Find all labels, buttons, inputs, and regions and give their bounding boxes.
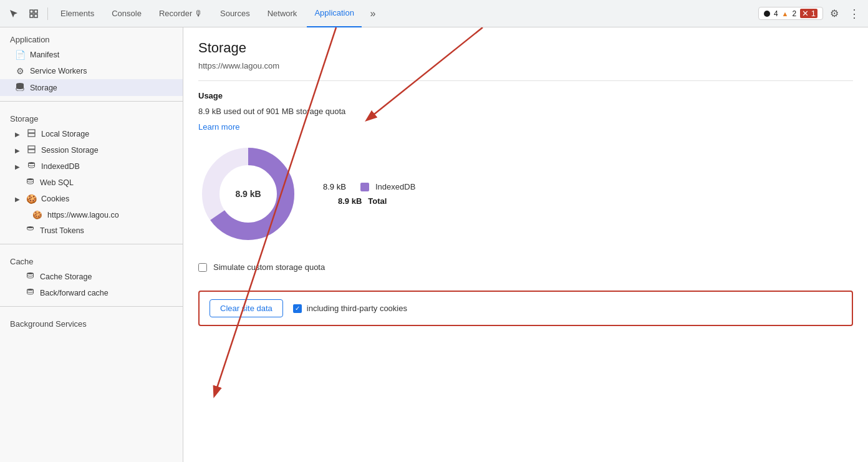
toolbar-divider bbox=[47, 7, 48, 20]
sidebar-item-label: Cookies bbox=[41, 195, 69, 203]
svg-point-11 bbox=[27, 226, 33, 228]
sidebar-section-cache: Cache bbox=[0, 249, 183, 269]
expand-arrow-icon: ▶ bbox=[15, 147, 20, 154]
svg-rect-5 bbox=[28, 130, 35, 133]
more-options-icon[interactable]: ⋮ bbox=[846, 5, 863, 22]
toolbar-right-icons: ⚙ ⋮ bbox=[826, 5, 863, 22]
svg-rect-6 bbox=[28, 133, 35, 137]
simulate-checkbox-row: Simulate custom storage quota bbox=[198, 262, 853, 272]
cache-storage-icon bbox=[25, 272, 35, 282]
sidebar-item-session-storage[interactable]: ▶ Session Storage bbox=[0, 142, 183, 158]
trust-tokens-icon bbox=[25, 226, 35, 236]
page-title: Storage bbox=[198, 40, 853, 56]
sidebar-item-cache-storage[interactable]: Cache Storage bbox=[0, 269, 183, 285]
total-value: 8.9 kB bbox=[338, 196, 362, 206]
legend-value: 8.9 kB bbox=[323, 182, 354, 191]
sidebar-sub-cookie-url[interactable]: 🍪 https://www.lagou.co bbox=[0, 207, 183, 223]
third-party-checkbox[interactable]: ✓ bbox=[293, 304, 302, 313]
legend-row-indexeddb: 8.9 kB IndexedDB bbox=[323, 182, 415, 191]
content-area: Storage https://www.lagou.com Usage 8.9 … bbox=[183, 27, 868, 462]
sidebar-item-label: Service Workers bbox=[30, 67, 87, 75]
tab-elements[interactable]: Elements bbox=[53, 0, 102, 27]
sidebar-item-label: Storage bbox=[30, 84, 57, 92]
badge-group[interactable]: 4 ▲ 2 ✕ 1 bbox=[758, 7, 823, 20]
sidebar-item-indexeddb[interactable]: ▶ IndexedDB bbox=[0, 158, 183, 175]
warning-triangle-icon: ▲ bbox=[782, 10, 789, 17]
main-content: Storage https://www.lagou.com Usage 8.9 … bbox=[183, 27, 868, 462]
learn-more-link[interactable]: Learn more bbox=[198, 122, 239, 132]
svg-point-13 bbox=[27, 289, 33, 291]
service-workers-icon: ⚙ bbox=[15, 66, 25, 76]
sidebar-item-trust-tokens[interactable]: Trust Tokens bbox=[0, 223, 183, 239]
sidebar-item-manifest[interactable]: 📄 Manifest bbox=[0, 47, 183, 63]
content-url: https://www.lagou.com bbox=[198, 61, 853, 81]
sidebar-item-label: Web SQL bbox=[40, 178, 74, 187]
tab-console[interactable]: Console bbox=[104, 0, 149, 27]
svg-point-12 bbox=[27, 272, 33, 274]
svg-rect-3 bbox=[34, 14, 37, 17]
warning-count: 2 bbox=[792, 9, 796, 18]
third-party-label: including third-party cookies bbox=[307, 304, 407, 313]
backforward-cache-icon bbox=[25, 288, 35, 298]
simulate-label[interactable]: Simulate custom storage quota bbox=[213, 262, 325, 272]
sidebar-divider-2 bbox=[0, 244, 183, 244]
indexeddb-icon bbox=[26, 161, 36, 171]
svg-rect-1 bbox=[34, 10, 37, 13]
tab-sources[interactable]: Sources bbox=[213, 0, 258, 27]
clear-site-data-button[interactable]: Clear site data bbox=[210, 299, 283, 317]
error-count: 4 bbox=[774, 9, 778, 18]
sidebar-item-backforward-cache[interactable]: Back/forward cache bbox=[0, 285, 183, 301]
chart-legend: 8.9 kB IndexedDB 8.9 kB Total bbox=[323, 182, 415, 206]
more-tabs-icon[interactable]: » bbox=[364, 5, 382, 22]
usage-label: Usage bbox=[198, 91, 853, 100]
expand-arrow-icon: ▶ bbox=[15, 163, 20, 170]
svg-rect-0 bbox=[30, 10, 33, 13]
gear-icon[interactable]: ⚙ bbox=[826, 5, 843, 22]
manifest-icon: 📄 bbox=[15, 50, 25, 60]
cookie-url-icon: 🍪 bbox=[32, 210, 42, 219]
chart-row: 8.9 kB 8.9 kB IndexedDB 8.9 kB Total bbox=[198, 144, 853, 244]
devtools-toolbar: Elements Console Recorder 🎙 Sources Netw… bbox=[0, 0, 868, 27]
svg-rect-7 bbox=[28, 146, 35, 149]
sidebar-item-label: Back/forward cache bbox=[40, 289, 109, 297]
sidebar-item-cookies[interactable]: ▶ 🍪 Cookies bbox=[0, 191, 183, 207]
simulate-checkbox[interactable] bbox=[198, 263, 207, 272]
inspect-icon[interactable] bbox=[25, 5, 42, 22]
sidebar-item-label: Cache Storage bbox=[40, 272, 92, 281]
web-sql-icon bbox=[25, 178, 35, 188]
sidebar-item-local-storage[interactable]: ▶ Local Storage bbox=[0, 126, 183, 142]
storage-icon bbox=[15, 82, 25, 93]
sidebar-sub-label: https://www.lagou.co bbox=[47, 211, 119, 219]
sidebar-item-label: Local Storage bbox=[41, 130, 89, 138]
third-party-cookies-row: ✓ including third-party cookies bbox=[293, 304, 407, 313]
donut-chart: 8.9 kB bbox=[198, 144, 298, 244]
sidebar-item-web-sql[interactable]: Web SQL bbox=[0, 175, 183, 191]
sidebar-section-background: Background Services bbox=[0, 312, 183, 331]
sidebar-item-service-workers[interactable]: ⚙ Service Workers bbox=[0, 63, 183, 79]
sidebar-item-label: Session Storage bbox=[41, 146, 99, 155]
sidebar-item-storage[interactable]: Storage bbox=[0, 79, 183, 96]
svg-point-9 bbox=[28, 162, 34, 164]
sidebar-section-application: Application bbox=[0, 27, 183, 47]
sidebar-divider-1 bbox=[0, 101, 183, 102]
sidebar-item-label: Manifest bbox=[30, 51, 59, 59]
sidebar-section-storage: Storage bbox=[0, 107, 183, 126]
tab-application[interactable]: Application bbox=[307, 0, 362, 27]
sidebar-item-label: Trust Tokens bbox=[40, 226, 84, 235]
tab-recorder[interactable]: Recorder 🎙 bbox=[152, 0, 210, 27]
legend-color-swatch bbox=[360, 183, 369, 191]
cookies-icon: 🍪 bbox=[26, 194, 36, 204]
main-layout: Application 📄 Manifest ⚙ Service Workers… bbox=[0, 27, 868, 462]
action-bar: Clear site data ✓ including third-party … bbox=[198, 291, 853, 326]
tab-network[interactable]: Network bbox=[260, 0, 305, 27]
sidebar: Application 📄 Manifest ⚙ Service Workers… bbox=[0, 27, 183, 462]
expand-arrow-icon: ▶ bbox=[15, 131, 20, 138]
svg-point-10 bbox=[27, 178, 33, 180]
sidebar-item-label: IndexedDB bbox=[41, 162, 80, 171]
usage-text: 8.9 kB used out of 901 MB storage quota bbox=[198, 107, 853, 116]
cursor-icon[interactable] bbox=[5, 5, 22, 22]
legend-total-row: 8.9 kB Total bbox=[323, 196, 415, 206]
error-badge: ✕ 1 bbox=[800, 9, 817, 18]
expand-arrow-icon: ▶ bbox=[15, 196, 20, 203]
session-storage-icon bbox=[26, 145, 36, 155]
